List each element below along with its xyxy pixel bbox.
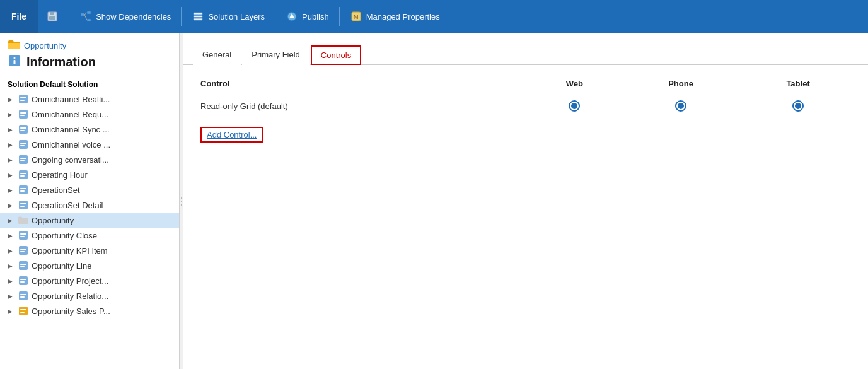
svg-rect-2 [49,16,55,20]
chevron-right-icon: ▶ [5,230,15,240]
tab-primary-field[interactable]: Primary Field [242,45,310,65]
sidebar-item-opportunity-sales-p[interactable]: ▶ Opportunity Sales P... [0,303,179,319]
sidebar-item-opportunity-close[interactable]: ▶ Opportunity Close [0,228,179,243]
sidebar-item-operationset-detail[interactable]: ▶ OperationSet Detail [0,197,179,213]
phone-radio-button[interactable] [675,100,686,112]
svg-rect-44 [20,236,25,237]
chevron-right-icon: ▶ [5,200,15,210]
svg-rect-21 [19,110,28,119]
sidebar-header: Opportunity Information [0,33,179,76]
managed-properties-action[interactable]: M Managed Properties [342,0,448,33]
entity-icon [18,139,29,150]
svg-rect-23 [20,115,25,116]
svg-rect-10 [194,18,202,20]
svg-rect-41 [20,206,25,207]
entity-icon [18,290,29,302]
managed-properties-label: Managed Properties [366,12,440,21]
sidebar-item-opportunity-kpi-item[interactable]: ▶ Opportunity KPI Item [0,243,179,258]
save-action[interactable] [38,0,66,33]
chevron-right-icon: ▶ [5,215,15,225]
show-dependencies-action[interactable]: Show Dependencies [72,0,178,33]
sidebar-item-ongoing-conversati[interactable]: ▶ Ongoing conversati... [0,152,179,167]
sidebar-entity-title: Information [8,54,171,71]
svg-rect-39 [19,201,28,209]
svg-rect-26 [20,130,25,131]
sidebar-entity-name: Opportunity [8,39,171,52]
web-radio-button[interactable] [569,100,580,112]
tab-controls[interactable]: Controls [311,45,361,65]
separator-4 [339,7,340,26]
entity-icon [18,124,29,135]
tablet-radio-cell[interactable] [741,95,855,117]
sidebar-item-opportunity-relatio[interactable]: ▶ Opportunity Relatio... [0,288,179,303]
web-radio-cell[interactable] [528,95,621,117]
add-control-row: Add Control... [195,117,855,148]
svg-rect-33 [19,170,28,179]
svg-rect-22 [20,112,26,114]
chevron-right-icon: ▶ [5,109,15,119]
sidebar-item-label: Opportunity Close [32,231,97,240]
svg-rect-57 [19,307,28,315]
controls-table: Control Web Phone Tablet Read-only Grid … [195,75,855,148]
sidebar-item-label: Opportunity Sales P... [32,307,110,316]
sidebar-item-omnichannel-requ[interactable]: ▶ Omnichannel Requ... [0,107,179,122]
svg-rect-56 [20,296,25,298]
control-name-cell: Read-only Grid (default) [195,95,528,117]
svg-rect-54 [19,291,28,300]
sidebar-item-opportunity[interactable]: ▶ Opportunity [0,213,179,228]
sidebar-item-label: Opportunity KPI Item [32,246,108,255]
svg-rect-24 [19,125,28,134]
tab-bar: General Primary Field Controls [183,38,868,65]
sidebar-item-omnichannel-realti[interactable]: ▶ Omnichannel Realti... [0,91,179,107]
svg-line-6 [84,13,87,15]
entity-icon [18,184,29,196]
main-layout: Opportunity Information Solution Default… [0,33,868,369]
bottom-panel [183,319,868,369]
chevron-right-icon: ▶ [5,245,15,255]
sidebar-item-label: Opportunity Project... [32,276,108,286]
file-button[interactable]: File [0,0,38,33]
tablet-radio-button[interactable] [792,100,804,112]
svg-rect-27 [19,140,28,149]
separator-2 [181,7,182,26]
phone-radio-cell[interactable] [621,95,741,117]
chevron-right-icon: ▶ [5,124,15,134]
add-control-button[interactable]: Add Control... [200,127,263,143]
svg-rect-58 [20,309,26,310]
svg-rect-59 [20,312,25,313]
svg-text:M: M [354,14,359,20]
sidebar-item-opportunity-line[interactable]: ▶ Opportunity Line [0,258,179,273]
sidebar-item-omnichannel-voice[interactable]: ▶ Omnichannel voice ... [0,137,179,152]
sidebar-item-operationset[interactable]: ▶ OperationSet [0,182,179,197]
controls-area: Control Web Phone Tablet Read-only Grid … [183,65,868,319]
sidebar-item-operating-hour[interactable]: ▶ Operating Hour [0,167,179,182]
entity-icon [18,108,29,120]
svg-rect-3 [81,13,84,16]
svg-rect-51 [19,276,28,285]
solution-layers-action[interactable]: Solution Layers [184,0,272,33]
svg-point-16 [14,57,16,59]
sidebar-list: ▶ Omnichannel Realti... ▶ Omnichannel Re… [0,91,179,369]
svg-rect-34 [20,173,26,174]
table-row: Read-only Grid (default) [195,95,855,117]
sidebar-section-title: Solution Default Solution [0,76,179,91]
svg-rect-25 [20,127,26,129]
resize-handle[interactable] [180,33,183,369]
svg-rect-36 [19,185,28,194]
entity-icon [18,305,29,317]
tab-general[interactable]: General [193,45,241,65]
sidebar-item-label: Omnichannel Sync ... [32,125,110,134]
svg-rect-29 [20,145,25,146]
chevron-right-icon: ▶ [5,155,15,165]
chevron-right-icon: ▶ [5,170,15,180]
svg-rect-20 [20,100,25,101]
entity-icon [18,154,29,165]
entity-icon [18,245,29,256]
publish-label: Publish [302,12,329,21]
svg-rect-49 [20,264,26,265]
sidebar-item-opportunity-project[interactable]: ▶ Opportunity Project... [0,273,179,288]
sidebar-item-label: OperationSet [32,185,80,195]
solution-layers-icon [192,10,204,23]
publish-action[interactable]: Publish [278,0,337,33]
sidebar-item-omnichannel-sync[interactable]: ▶ Omnichannel Sync ... [0,122,179,137]
